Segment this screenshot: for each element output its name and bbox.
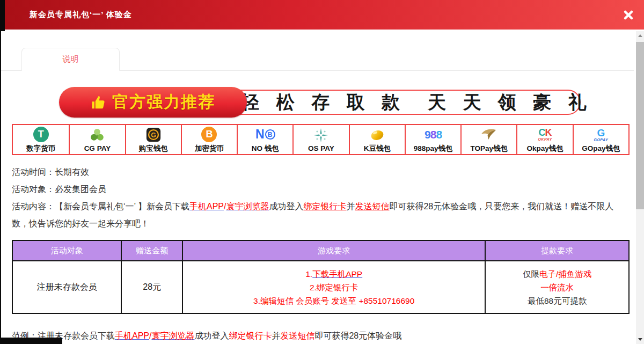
cgpay-icon (89, 127, 105, 144)
payment-method-label: TOPay钱包 (471, 144, 508, 153)
tab-bar: 说明 (1, 47, 634, 71)
table-header-row: 活动对象 赠送金额 游戏要求 提款要求 (12, 240, 629, 261)
badge-label: 官方强力推荐 (112, 91, 215, 113)
text-segment: 绑定银行卡 (303, 202, 346, 211)
vertical-scrollbar (636, 31, 644, 344)
text-segment: 电子/捕鱼游戏 (539, 269, 591, 279)
page-background-edge (0, 0, 1, 344)
text-segment: 并 (346, 202, 355, 211)
payment-method-item: T数字货币 (13, 125, 69, 154)
text-segment: 活动对象：必发集团会员 (12, 185, 106, 194)
inline-link[interactable]: 下载手机APP (312, 269, 362, 279)
page-background-edge (0, 338, 62, 344)
text-segment: 活动内容：【新会员专属礼包‘一’ 】新会员下载 (12, 202, 189, 211)
ospay-icon (313, 127, 329, 144)
payment-method-item: CG PAY (69, 125, 125, 154)
activity-target-line: 活动对象：必发集团会员 (12, 181, 630, 198)
promo-banner: 轻 松 存 取 款 天 天 领 豪 礼 官方强力推荐 (59, 87, 581, 118)
payment-method-item: GGOPAYGOpay钱包 (573, 125, 628, 154)
banner-headline: 轻 松 存 取 款 天 天 领 豪 礼 (255, 87, 579, 118)
payment-method-label: 购宝钱包 (139, 144, 168, 153)
thumbs-up-icon (91, 94, 107, 111)
requirement-line: 3.编辑短信 会员账号 发送至 +85510716690 (184, 294, 484, 308)
payment-method-label: 加密货币 (195, 144, 224, 153)
inline-link[interactable]: 寰宇浏览器 (151, 331, 194, 340)
tab-shuoming[interactable]: 说明 (21, 48, 120, 71)
official-recommend-badge: 官方强力推荐 (59, 87, 247, 118)
activity-info: 活动时间：长期有效 活动对象：必发集团会员 活动内容：【新会员专属礼包‘一’ 】… (12, 164, 630, 232)
col-header-target: 活动对象 (12, 240, 121, 261)
text-segment: 成功登入 (269, 202, 303, 211)
inline-link[interactable]: 寰宇浏览器 (226, 202, 269, 211)
text-segment: 2.绑定银行卡 (310, 283, 358, 292)
activity-time-line: 活动时间：长期有效 (12, 164, 630, 181)
text-segment: 一倍流水 (540, 283, 574, 292)
text-segment: 发送短信 (280, 331, 314, 340)
requirement-line: 2.绑定银行卡 (184, 281, 484, 294)
payment-method-item: TOPay钱包 (460, 125, 516, 154)
payment-method-label: Okpay钱包 (526, 144, 563, 153)
payment-method-item: NBNO 钱包 (237, 125, 292, 154)
scroll-up-icon[interactable] (636, 31, 644, 40)
inline-link[interactable]: 手机APP (115, 331, 149, 340)
topay-icon (480, 126, 498, 143)
col-header-withdraw-req: 提款要求 (485, 240, 629, 261)
promo-table: 活动对象 赠送金额 游戏要求 提款要求 注册未存款会员 28元 1.下载手机AP… (12, 240, 630, 314)
payment-method-label: GOpay钱包 (582, 144, 620, 153)
tether-icon: T (33, 126, 49, 143)
requirement-line: 一倍流水 (486, 281, 628, 294)
payment-methods-strip: T数字货币CG PAYG购宝钱包B加密货币NBNO 钱包OS PAYK豆钱包98… (12, 124, 630, 155)
goubao-wallet-icon: G (145, 126, 162, 143)
text-segment: 成功登入 (194, 331, 229, 340)
text-segment: 3.编辑短信 会员账号 发送至 +85510716690 (253, 296, 414, 305)
cell-target: 注册未存款会员 (12, 261, 121, 313)
payment-method-label: NO 钱包 (252, 144, 279, 153)
requirement-line: 最低88元可提款 (486, 294, 628, 308)
col-header-game-req: 游戏要求 (182, 240, 485, 261)
requirement-line: 1.下载手机APP (184, 267, 484, 281)
close-icon[interactable] (623, 9, 634, 21)
okpay-icon: CKOKPAY (538, 126, 552, 143)
example-line: 范例：注册未存款会员下载手机APP/寰宇浏览器成功登入绑定银行卡并发送短信即可获… (12, 328, 630, 344)
payment-method-label: 数字货币 (26, 144, 55, 153)
payment-method-item: OS PAY (292, 125, 348, 154)
table-row: 注册未存款会员 28元 1.下载手机APP2.绑定银行卡3.编辑短信 会员账号 … (12, 261, 629, 313)
payment-method-label: CG PAY (84, 144, 111, 152)
text-segment: 1. (305, 269, 312, 279)
cell-game-requirements: 1.下载手机APP2.绑定银行卡3.编辑短信 会员账号 发送至 +8551071… (182, 261, 485, 313)
text-segment: 最低88元可提款 (528, 296, 587, 305)
no-wallet-icon: NB (255, 126, 275, 143)
gopay-icon: GGOPAY (594, 126, 608, 143)
payment-method-item: CKOKPAYOkpay钱包 (516, 125, 572, 154)
cell-withdraw-requirements: 仅限电子/捕鱼游戏一倍流水最低88元可提款 (485, 261, 629, 313)
payment-method-label: K豆钱包 (364, 144, 391, 153)
text-segment: 绑定银行卡 (229, 331, 272, 340)
988pay-icon: 988 (425, 126, 442, 143)
payment-method-item: 988988pay钱包 (405, 125, 460, 154)
scroll-down-icon[interactable] (636, 335, 644, 343)
text-segment: 发送短信 (355, 202, 389, 211)
modal-title: 新会员专属礼包‘一’ 体验金 (30, 10, 132, 20)
bitcoin-icon: B (201, 126, 217, 143)
payment-method-item: G购宝钱包 (125, 125, 181, 154)
kdou-wallet-icon (369, 126, 386, 143)
payment-method-label: OS PAY (308, 144, 334, 152)
modal-header: 新会员专属礼包‘一’ 体验金 (4, 0, 644, 30)
payment-method-item: B加密货币 (181, 125, 237, 154)
payment-method-item: K豆钱包 (349, 125, 405, 154)
col-header-amount: 赠送金额 (121, 240, 182, 261)
scrollbar-thumb[interactable] (636, 42, 644, 209)
inline-link[interactable]: 手机APP (189, 202, 224, 211)
payment-method-label: 988pay钱包 (414, 144, 453, 153)
text-segment: 仅限 (523, 269, 539, 279)
svg-text:G: G (151, 131, 156, 138)
text-segment: 即可获得28元体验金哦 (314, 331, 401, 340)
cell-amount: 28元 (121, 261, 182, 313)
modal-body: 说明 轻 松 存 取 款 天 天 领 豪 礼 官方强力推荐 T数字货币CG PA… (1, 30, 636, 344)
text-segment: 活动时间：长期有效 (12, 167, 89, 177)
requirement-line: 仅限电子/捕鱼游戏 (486, 267, 628, 281)
activity-content-line: 活动内容：【新会员专属礼包‘一’ 】新会员下载手机APP/寰宇浏览器成功登入绑定… (12, 198, 630, 232)
text-segment: 并 (272, 331, 280, 340)
